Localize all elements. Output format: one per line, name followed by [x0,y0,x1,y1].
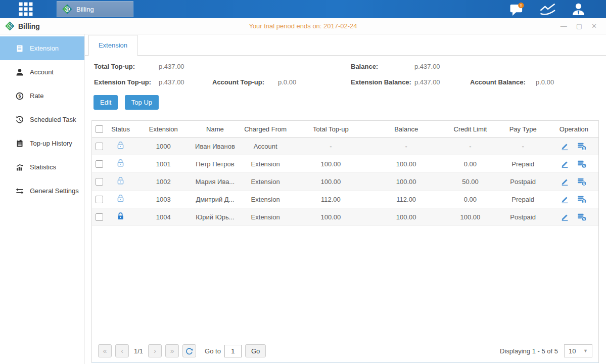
cell-credit-limit: - [444,143,496,150]
column-header-credit-limit: Credit Limit [444,125,496,133]
top-up-extension-icon[interactable]: $ [577,142,587,151]
rate-icon: $ [15,92,24,100]
sidebar-item-account[interactable]: Account [0,60,84,84]
tab-strip: Extension [85,34,606,56]
goto-page-input[interactable] [224,345,242,357]
app-title-text: Billing [18,22,40,30]
edit-extension-icon[interactable] [561,177,569,186]
sidebar-item-statistics[interactable]: Statistics [0,155,84,179]
account-icon [15,68,24,76]
table-row: 1000 Иван Иванов Account - - - - $ [92,138,598,155]
column-header-total-topup: Total Top-up [293,125,368,133]
refresh-icon [185,347,193,355]
close-button[interactable]: ✕ [591,22,597,30]
app-grid-icon[interactable] [17,1,34,18]
minimize-button[interactable]: — [561,22,567,30]
sidebar-item-rate[interactable]: $ Rate [0,84,84,108]
row-checkbox[interactable] [96,143,103,150]
user-account-icon[interactable] [571,2,586,17]
go-button[interactable]: Go [245,344,266,357]
billing-app-window: $ Billing ! [0,0,606,364]
cell-credit-limit: 0.00 [444,160,496,168]
table-header-row: Status Extension Name Charged From Total… [92,121,598,138]
cell-pay-type: Prepaid [497,196,549,203]
account-topup-value: p.0.00 [278,78,296,86]
edit-extension-icon[interactable] [561,213,569,221]
edit-extension-icon[interactable] [561,195,569,204]
extension-topup-value: p.437.00 [159,78,184,86]
sidebar-item-extension[interactable]: Extension [0,36,84,60]
sidebar-item-scheduled-task[interactable]: Scheduled Task [0,108,84,131]
cell-pay-type: Postpaid [497,213,549,221]
cell-extension: 1001 [134,160,192,168]
sidebar-item-topup-history[interactable]: Top-up History [0,131,84,155]
top-up-extension-icon[interactable]: $ [577,177,587,186]
statistics-chart-icon[interactable] [539,3,557,16]
top-up-button[interactable]: Top Up [125,95,159,110]
cell-total-topup: 112.00 [293,196,368,203]
cell-total-topup: 100.00 [293,178,368,186]
cell-extension: 1002 [134,178,192,186]
cell-name: Мария Ива... [192,178,238,186]
top-bar: $ Billing ! [0,0,606,18]
extension-icon [15,44,24,53]
top-up-extension-icon[interactable]: $ [577,160,587,168]
cell-credit-limit: 100.00 [444,213,496,221]
row-checkbox[interactable] [96,196,103,203]
account-balance-value: p.0.00 [536,78,554,86]
svg-text:$: $ [583,181,585,186]
top-up-extension-icon[interactable]: $ [577,195,587,204]
cell-balance: 100.00 [368,178,444,186]
page-size-select[interactable]: 10 ▼ [564,344,592,357]
tab-extension[interactable]: Extension [88,35,137,56]
lock-open-icon [116,141,125,150]
sidebar-item-label: Top-up History [30,140,72,147]
column-header-operation: Operation [549,125,598,133]
sidebar-item-general-settings[interactable]: General Settings [0,179,84,203]
sidebar-item-label: Account [30,68,54,76]
cell-extension: 1000 [134,143,192,150]
edit-extension-icon[interactable] [561,160,569,168]
cell-pay-type: Prepaid [497,160,549,168]
edit-button[interactable]: Edit [94,95,118,110]
row-checkbox[interactable] [96,213,103,221]
cell-name: Петр Петров [192,160,238,168]
svg-text:$: $ [583,164,585,168]
row-checkbox[interactable] [96,178,103,186]
cell-balance: 100.00 [368,213,444,221]
sidebar-item-label: Extension [30,44,59,52]
cell-extension: 1003 [134,196,192,203]
select-all-checkbox[interactable] [96,125,103,133]
prev-page-button[interactable]: ‹ [115,344,129,357]
cell-name: Иван Иванов [192,143,238,150]
cell-balance: 112.00 [368,196,444,203]
lock-open-icon [116,194,125,203]
goto-label: Go to [205,347,221,355]
messages-icon[interactable]: ! [509,3,525,16]
edit-extension-icon[interactable] [561,142,569,151]
cell-total-topup: - [293,143,368,150]
cell-charged-from: Extension [238,160,293,168]
maximize-button[interactable]: ▢ [576,22,582,30]
table-row: 1001 Петр Петров Extension 100.00 100.00… [92,155,598,173]
cell-name: Юрий Юрь... [192,213,238,221]
extension-balance-value: p.437.00 [414,78,440,86]
refresh-button[interactable] [182,344,196,357]
next-page-button[interactable]: › [148,344,162,357]
top-up-extension-icon[interactable]: $ [577,213,587,221]
window-title: $ Billing [0,21,40,31]
cell-charged-from: Extension [238,213,293,221]
billing-diamond-icon: $ [5,21,15,31]
row-checkbox[interactable] [96,160,103,168]
cell-credit-limit: 50.00 [444,178,496,186]
table-row: 1004 Юрий Юрь... Extension 100.00 100.00… [92,208,598,226]
taskbar-tab-billing[interactable]: $ Billing [57,1,133,17]
cell-name: Дмитрий Д... [192,196,238,203]
page-size-value: 10 [569,347,576,355]
first-page-button[interactable]: « [98,344,112,357]
balance-label: Balance: [351,63,378,70]
cell-pay-type: Postpaid [497,178,549,186]
last-page-button[interactable]: » [165,344,179,357]
total-topup-value: p.437.00 [159,63,184,70]
column-header-name: Name [192,125,238,133]
